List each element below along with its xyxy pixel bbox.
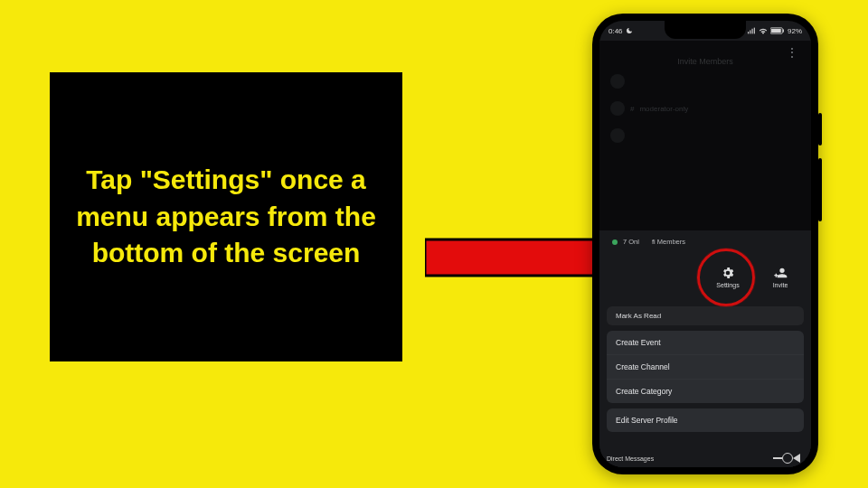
instruction-panel: Tap "Settings" once a menu appears from … (50, 72, 402, 361)
nav-home-button[interactable] (782, 453, 793, 464)
svg-rect-6 (771, 29, 781, 33)
settings-highlight-circle (697, 249, 755, 306)
invite-button[interactable]: Invite (755, 254, 806, 299)
create-category-item[interactable]: Create Category (607, 380, 804, 403)
invite-label: Invite (773, 282, 788, 288)
nav-label: Direct Messages (607, 455, 654, 462)
svg-rect-4 (754, 28, 755, 34)
online-indicator-icon (612, 239, 618, 245)
battery-icon (770, 27, 785, 34)
online-count: 7 Onl (623, 238, 639, 246)
nav-back-button[interactable] (793, 454, 800, 463)
phone-screen: 0:46 92% (599, 21, 811, 467)
android-nav-bar: Direct Messages (599, 449, 811, 467)
mark-as-read-button[interactable]: Mark As Read (607, 306, 804, 325)
member-count-row: 7 Onl fi Members (599, 238, 811, 246)
moon-icon (626, 27, 633, 34)
create-menu-card: Create Event Create Channel Create Categ… (607, 331, 804, 403)
wifi-icon (759, 27, 768, 34)
status-battery-pct: 92% (788, 27, 802, 35)
signal-icon (748, 27, 756, 34)
phone-frame: 0:46 92% (592, 14, 818, 474)
profile-menu-card: Edit Server Profile (607, 408, 804, 432)
svg-rect-3 (751, 29, 752, 34)
more-icon[interactable]: ⋮ (787, 46, 798, 59)
create-channel-item[interactable]: Create Channel (607, 355, 804, 380)
status-time: 0:46 (609, 27, 623, 35)
instruction-text: Tap "Settings" once a menu appears from … (72, 162, 380, 272)
edit-server-profile-item[interactable]: Edit Server Profile (607, 408, 804, 432)
create-event-item[interactable]: Create Event (607, 331, 804, 355)
svg-rect-7 (783, 29, 784, 32)
members-count: fi Members (652, 238, 685, 246)
modal-backdrop[interactable] (599, 41, 811, 230)
bottom-sheet: Mark As Read Create Event Create Channel… (599, 303, 811, 467)
phone-notch (665, 21, 746, 39)
add-user-icon (773, 266, 788, 280)
nav-recent-button[interactable] (773, 457, 782, 459)
svg-rect-1 (748, 32, 749, 33)
svg-rect-2 (750, 30, 750, 33)
